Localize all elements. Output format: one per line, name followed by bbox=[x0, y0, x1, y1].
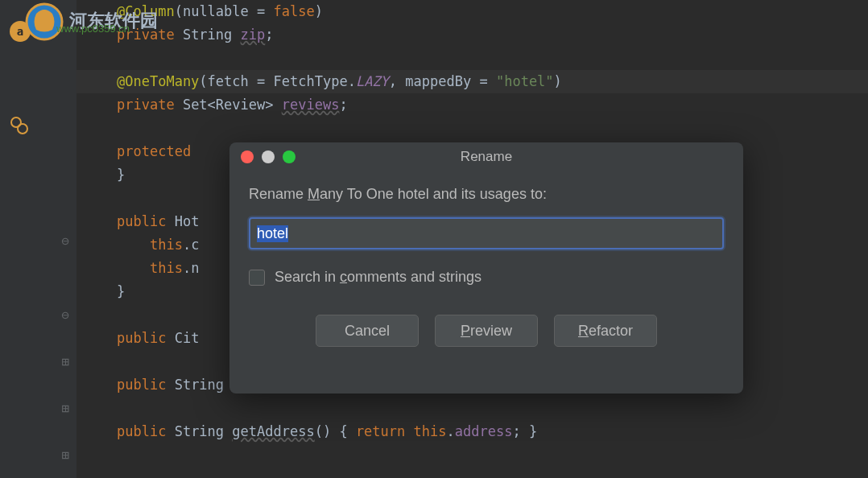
close-icon[interactable] bbox=[241, 150, 254, 163]
minimize-icon bbox=[262, 150, 275, 163]
search-comments-label: Search in comments and strings bbox=[275, 269, 482, 286]
editor-gutter: a ⊖ ⊖ ⊞ ⊞ ⊞ bbox=[0, 0, 76, 478]
watermark-logo: 河东软件园 bbox=[24, 2, 158, 42]
code-line[interactable] bbox=[76, 47, 868, 70]
rename-dialog: Rename Rename Many To One hotel and its … bbox=[229, 142, 743, 394]
preview-button[interactable]: Preview bbox=[435, 315, 538, 347]
fold-toggle[interactable]: ⊖ bbox=[58, 307, 72, 323]
rename-label: Rename Many To One hotel and its usages … bbox=[249, 186, 724, 203]
code-line[interactable]: @Column(nullable = false) bbox=[76, 0, 868, 23]
code-line[interactable]: @OneToMany(fetch = FetchType.LAZY, mappe… bbox=[76, 70, 868, 93]
watermark-url: www.pc0359.cn bbox=[56, 23, 130, 35]
cancel-button[interactable]: Cancel bbox=[316, 315, 419, 347]
maximize-icon[interactable] bbox=[283, 150, 296, 163]
dialog-titlebar[interactable]: Rename bbox=[229, 142, 743, 171]
fold-toggle[interactable]: ⊖ bbox=[58, 233, 72, 249]
search-comments-checkbox[interactable] bbox=[249, 270, 265, 286]
code-line[interactable] bbox=[76, 397, 868, 420]
fold-toggle[interactable]: ⊞ bbox=[58, 401, 72, 416]
code-line[interactable] bbox=[76, 117, 868, 140]
fold-toggle[interactable]: ⊞ bbox=[58, 354, 72, 369]
rename-input[interactable] bbox=[249, 217, 724, 249]
refactor-button[interactable]: Refactor bbox=[554, 315, 657, 347]
svg-point-1 bbox=[18, 124, 27, 134]
code-line[interactable]: private String zip; bbox=[76, 23, 868, 47]
code-line[interactable]: private Set<Review> reviews; bbox=[76, 93, 868, 117]
code-line[interactable]: public String getAddress() { return this… bbox=[76, 420, 868, 443]
fold-toggle[interactable]: ⊞ bbox=[58, 447, 72, 463]
gutter-relation-icon[interactable] bbox=[10, 116, 29, 135]
dialog-title: Rename bbox=[229, 149, 743, 165]
